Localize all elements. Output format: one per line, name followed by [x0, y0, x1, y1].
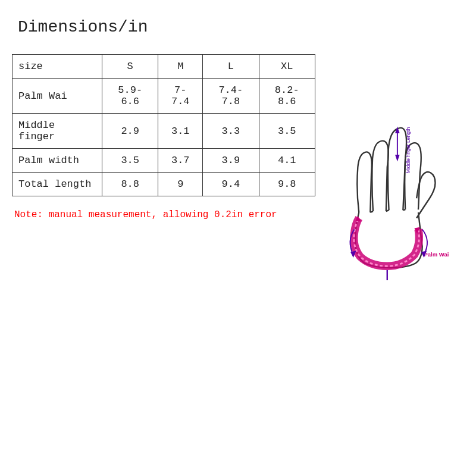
cell-2-3: 3.9	[203, 149, 259, 173]
glove-diagram: Middle finger Length Palm Wai	[327, 54, 464, 292]
cell-3-2: 9	[158, 173, 203, 196]
header-2: M	[158, 55, 203, 79]
cell-0-2: 7-7.4	[158, 79, 203, 114]
cell-2-1: 3.5	[102, 149, 158, 173]
cell-0-4: 8.2-8.6	[259, 79, 315, 114]
header-3: L	[203, 55, 259, 79]
cell-3-0: Total length	[12, 173, 102, 196]
cell-1-1: 2.9	[102, 114, 158, 149]
header-0: size	[12, 55, 102, 79]
svg-line-2	[403, 209, 405, 210]
svg-marker-5	[395, 155, 400, 161]
header-1: S	[102, 55, 158, 79]
note-text: Note: manual measurement, allowing 0.2in…	[14, 209, 315, 220]
cell-1-0: Middle finger	[12, 114, 102, 149]
table-row: Middle finger2.93.13.33.5	[12, 114, 315, 149]
table-section: sizeSMLXLPalm Wai5.9-6.67-7.47.4-7.88.2-…	[12, 54, 315, 220]
cell-0-3: 7.4-7.8	[203, 79, 259, 114]
cell-3-3: 9.4	[203, 173, 259, 196]
cell-1-2: 3.1	[158, 114, 203, 149]
dimensions-table: sizeSMLXLPalm Wai5.9-6.67-7.47.4-7.88.2-…	[12, 54, 315, 196]
page-title: Dimensions/in	[18, 18, 464, 36]
palm-wai-label: Palm Wai	[424, 251, 449, 258]
cell-2-0: Palm width	[12, 149, 102, 173]
table-row: Total length8.899.49.8	[12, 173, 315, 196]
table-row: Palm Wai5.9-6.67-7.47.4-7.88.2-8.6	[12, 79, 315, 114]
cell-3-1: 8.8	[102, 173, 158, 196]
cell-1-4: 3.5	[259, 114, 315, 149]
cell-2-4: 4.1	[259, 149, 315, 173]
cell-0-0: Palm Wai	[12, 79, 102, 114]
header-4: XL	[259, 55, 315, 79]
main-container: Dimensions/in sizeSMLXLPalm Wai5.9-6.67-…	[0, 0, 476, 476]
content-area: sizeSMLXLPalm Wai5.9-6.67-7.47.4-7.88.2-…	[12, 54, 464, 292]
cell-3-4: 9.8	[259, 173, 315, 196]
cell-1-3: 3.3	[203, 114, 259, 149]
glove-svg: Middle finger Length Palm Wai	[327, 54, 464, 280]
cell-0-1: 5.9-6.6	[102, 79, 158, 114]
cell-2-2: 3.7	[158, 149, 203, 173]
middle-finger-label: Middle finger Length	[405, 127, 411, 174]
table-row: Palm width3.53.73.94.1	[12, 149, 315, 173]
